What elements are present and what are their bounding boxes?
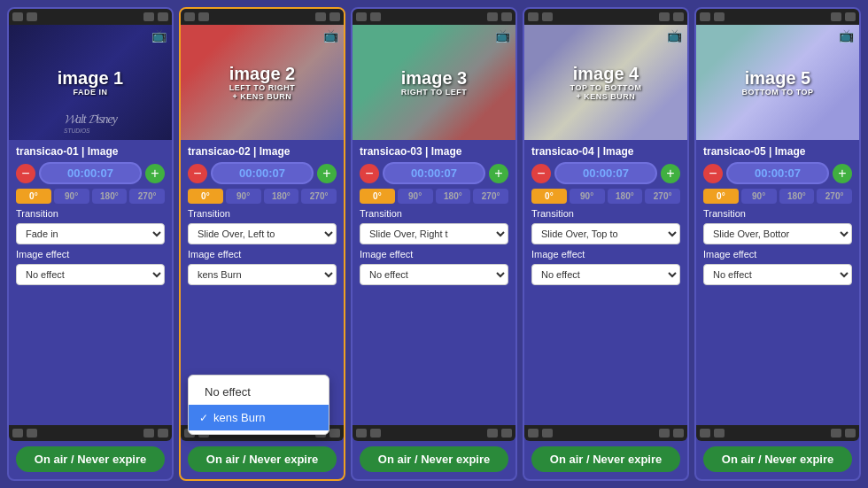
rot-90-1[interactable]: 90° [54, 189, 89, 204]
image-label-5: image 5 [745, 68, 810, 88]
rot-90-4[interactable]: 90° [570, 189, 605, 204]
rot-0-4[interactable]: 0° [531, 189, 567, 204]
film-hole [501, 429, 512, 438]
plus-button-5[interactable]: + [833, 164, 852, 183]
on-air-button-2[interactable]: On air / Never expire [188, 446, 337, 472]
transition-label-1: Transition [16, 208, 165, 219]
film-strip-top-3 [353, 9, 515, 25]
rot-270-1[interactable]: 270° [129, 189, 165, 204]
card-body-4: transicao-04 | Image − 00:00:07 + 0° 90°… [524, 140, 687, 425]
rot-180-5[interactable]: 180° [779, 189, 815, 204]
card-2: image 2 LEFT TO RIGHT+ KENS BURN 📺 trans… [179, 7, 345, 481]
film-hole [198, 12, 209, 21]
minus-button-1[interactable]: − [16, 164, 35, 183]
plus-button-2[interactable]: + [317, 164, 337, 183]
on-air-button-1[interactable]: On air / Never expire [16, 446, 165, 472]
rot-90-5[interactable]: 90° [741, 189, 777, 204]
film-strip-bottom-4 [524, 425, 687, 441]
film-hole [542, 429, 553, 438]
on-air-button-3[interactable]: On air / Never expire [360, 446, 508, 472]
rot-0-3[interactable]: 0° [360, 189, 395, 204]
minus-button-5[interactable]: − [703, 164, 723, 183]
transition-select-5[interactable]: Slide Over, Bottor [703, 223, 852, 244]
minus-button-4[interactable]: − [531, 164, 551, 183]
film-hole [714, 12, 725, 21]
card-image-5: image 5 BOTTOM TO TOP 📺 [696, 25, 859, 140]
tv-icon-5: 📺 [839, 28, 854, 43]
film-hole [673, 429, 684, 438]
checkmark-selected: ✓ [199, 412, 208, 424]
rot-270-5[interactable]: 270° [817, 189, 852, 204]
rotation-row-1: 0° 90° 180° 270° [16, 189, 165, 204]
minus-button-3[interactable]: − [360, 164, 379, 183]
effect-select-3[interactable]: No effect [360, 264, 508, 285]
transition-select-3[interactable]: Slide Over, Right t [360, 223, 508, 244]
card-body-2: transicao-02 | Image − 00:00:07 + 0° 90°… [181, 140, 344, 425]
rot-0-1[interactable]: 0° [16, 189, 51, 204]
rot-0-2[interactable]: 0° [188, 189, 223, 204]
minus-button-2[interactable]: − [188, 164, 207, 183]
film-hole [700, 429, 710, 438]
plus-button-4[interactable]: + [661, 164, 680, 183]
tv-icon-4: 📺 [667, 28, 682, 43]
film-hole [370, 429, 381, 438]
plus-button-3[interactable]: + [489, 164, 508, 183]
film-hole [659, 429, 670, 438]
film-hole [158, 12, 168, 21]
rot-180-4[interactable]: 180° [608, 189, 643, 204]
film-hole [27, 429, 37, 438]
plus-button-1[interactable]: + [145, 164, 165, 183]
on-air-button-5[interactable]: On air / Never expire [703, 446, 852, 472]
rotation-row-3: 0° 90° 180° 270° [360, 189, 508, 204]
effect-dropdown-2[interactable]: No effect ✓ kens Burn [188, 375, 329, 435]
time-display-1: 00:00:07 [39, 162, 142, 184]
transition-select-1[interactable]: Fade in [16, 223, 165, 244]
image-label-1: image 1 [58, 68, 123, 88]
card-3: image 3 RIGHT TO LEFT 📺 transicao-03 | I… [351, 7, 517, 481]
film-hole [831, 429, 841, 438]
transition-label-2: Transition [188, 208, 337, 219]
rot-180-3[interactable]: 180° [436, 189, 471, 204]
film-hole [673, 12, 684, 21]
transition-label-5: Transition [703, 208, 852, 219]
on-air-button-4[interactable]: On air / Never expire [531, 446, 680, 472]
dropdown-item-no-effect[interactable]: No effect [189, 379, 329, 405]
film-strip-top-5 [696, 9, 859, 25]
film-hole [370, 12, 381, 21]
effect-select-2[interactable]: No effect kens Burn [188, 264, 337, 285]
effect-select-5[interactable]: No effect [703, 264, 852, 285]
rot-180-2[interactable]: 180° [264, 189, 299, 204]
card-title-4: transicao-04 | Image [531, 145, 680, 158]
effect-select-1[interactable]: No effect [16, 264, 165, 285]
time-row-4: − 00:00:07 + [531, 162, 680, 184]
dropdown-item-label: No effect [205, 385, 251, 399]
dropdown-item-kens-burn[interactable]: ✓ kens Burn [189, 405, 329, 430]
rot-270-4[interactable]: 270° [645, 189, 680, 204]
film-hole [158, 429, 168, 438]
transition-label-3: Transition [360, 208, 508, 219]
transition-select-2[interactable]: Slide Over, Left to [188, 223, 337, 244]
rot-270-3[interactable]: 270° [473, 189, 508, 204]
dropdown-item-label: kens Burn [213, 411, 266, 424]
card-1: image 1 FADE IN 𝓦alt 𝓓isneySTUDIOS 📺 tra… [7, 7, 174, 481]
time-row-5: − 00:00:07 + [703, 162, 852, 184]
image-sublabel-3: RIGHT TO LEFT [401, 88, 467, 97]
film-hole [12, 12, 23, 21]
tv-icon-2: 📺 [323, 28, 338, 43]
card-body-3: transicao-03 | Image − 00:00:07 + 0° 90°… [353, 140, 515, 425]
film-hole [542, 12, 553, 21]
film-strip-bottom-3 [353, 425, 515, 441]
rot-0-5[interactable]: 0° [703, 189, 739, 204]
transition-select-4[interactable]: Slide Over, Top to [531, 223, 680, 244]
image-sublabel-4: TOP TO BOTTOM+ KENS BURN [570, 83, 642, 101]
rot-90-2[interactable]: 90° [226, 189, 261, 204]
film-hole [831, 12, 841, 21]
film-strip-bottom-5 [696, 425, 859, 441]
tv-icon-1: 📺 [151, 28, 167, 43]
rot-90-3[interactable]: 90° [398, 189, 433, 204]
rot-180-1[interactable]: 180° [92, 189, 128, 204]
transition-label-4: Transition [531, 208, 680, 219]
effect-select-4[interactable]: No effect [531, 264, 680, 285]
film-hole [356, 12, 367, 21]
rot-270-2[interactable]: 270° [301, 189, 337, 204]
